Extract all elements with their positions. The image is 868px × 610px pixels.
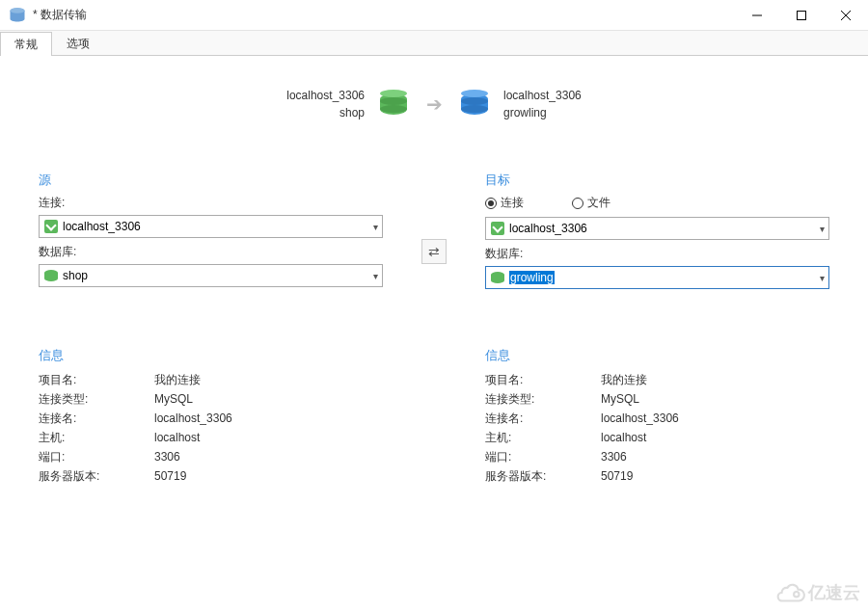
tab-options[interactable]: 选项	[52, 31, 104, 55]
watermark-text: 亿速云	[808, 581, 860, 604]
minimize-button[interactable]	[735, 0, 779, 31]
info-key: 连接名:	[39, 409, 154, 428]
target-connection-value: localhost_3306	[509, 222, 820, 235]
source-db-label: 数据库:	[39, 244, 383, 260]
info-val: 3306	[601, 447, 829, 466]
source-database-value: shop	[63, 269, 373, 282]
source-database-select[interactable]: shop ▾	[39, 264, 383, 287]
source-info-panel: 信息 项目名:我的连接 连接类型:MySQL 连接名:localhost_330…	[39, 347, 383, 486]
title-bar: * 数据传输	[0, 0, 868, 31]
app-icon	[8, 6, 27, 25]
tab-bar: 常规 选项	[0, 31, 868, 56]
target-mode-file-radio[interactable]: 文件	[572, 195, 610, 211]
target-heading: 目标	[485, 172, 829, 189]
source-conn-label: 连接:	[39, 195, 383, 211]
database-icon	[380, 90, 407, 119]
info-key: 服务器版本:	[485, 466, 601, 486]
chevron-down-icon: ▾	[373, 222, 378, 232]
info-val: 3306	[154, 447, 383, 466]
info-val: localhost_3306	[601, 409, 829, 428]
diagram-target-labels: localhost_3306 growling	[503, 87, 582, 121]
info-val: 我的连接	[154, 370, 383, 389]
close-button[interactable]	[824, 0, 868, 31]
info-val: localhost_3306	[154, 409, 383, 428]
database-icon	[461, 90, 488, 119]
radio-label: 连接	[501, 195, 524, 211]
source-connection-value: localhost_3306	[63, 220, 373, 233]
info-key: 主机:	[39, 428, 154, 447]
tab-general[interactable]: 常规	[0, 32, 52, 56]
info-key: 端口:	[39, 447, 154, 466]
swap-button[interactable]: ⇄	[421, 239, 447, 264]
chevron-down-icon: ▾	[820, 273, 825, 283]
source-panel: 源 连接: localhost_3306 ▾ 数据库: shop ▾	[39, 172, 383, 289]
info-key: 主机:	[485, 428, 601, 447]
diagram-target-db: growling	[503, 104, 582, 121]
info-key: 连接类型:	[485, 389, 601, 409]
info-key: 项目名:	[39, 370, 154, 389]
diagram-source-db: shop	[286, 104, 365, 121]
svg-point-6	[794, 592, 799, 597]
cloud-icon	[773, 582, 806, 603]
target-db-label: 数据库:	[485, 246, 829, 262]
info-val: 50719	[601, 466, 829, 486]
target-connection-select[interactable]: localhost_3306 ▾	[485, 217, 829, 240]
info-val: localhost	[601, 428, 829, 447]
maximize-button[interactable]	[779, 0, 824, 31]
source-heading: 源	[39, 172, 383, 189]
database-icon	[490, 270, 505, 285]
info-val: 我的连接	[601, 370, 829, 389]
radio-label: 文件	[587, 195, 610, 211]
connection-icon	[490, 221, 505, 236]
target-database-value: growling	[509, 271, 820, 284]
info-key: 连接名:	[485, 409, 601, 428]
target-mode-connection-radio[interactable]: 连接	[485, 195, 524, 211]
transfer-diagram: localhost_3306 shop ➔ localhost_3306 gro…	[0, 66, 868, 143]
info-key: 端口:	[485, 447, 601, 466]
target-info-panel: 信息 项目名:我的连接 连接类型:MySQL 连接名:localhost_330…	[485, 347, 829, 486]
chevron-down-icon: ▾	[820, 224, 825, 234]
info-val: MySQL	[154, 389, 383, 409]
watermark: 亿速云	[773, 581, 860, 604]
info-val: MySQL	[601, 389, 829, 409]
diagram-source-labels: localhost_3306 shop	[286, 87, 365, 121]
svg-rect-3	[798, 11, 806, 19]
target-database-select[interactable]: growling ▾	[485, 266, 829, 289]
info-val: 50719	[154, 466, 383, 486]
source-connection-select[interactable]: localhost_3306 ▾	[39, 215, 383, 238]
info-val: localhost	[154, 428, 383, 447]
info-key: 服务器版本:	[39, 466, 154, 486]
info-heading: 信息	[485, 347, 829, 364]
database-icon	[43, 268, 59, 283]
diagram-target-conn: localhost_3306	[503, 87, 582, 104]
target-panel: 目标 连接 文件 localhost_3306 ▾ 数据库: growling …	[485, 172, 829, 289]
info-key: 连接类型:	[39, 389, 154, 409]
connection-icon	[43, 219, 59, 234]
window-title: * 数据传输	[33, 7, 735, 23]
info-heading: 信息	[39, 347, 383, 364]
svg-point-1	[11, 8, 25, 13]
arrow-right-icon: ➔	[422, 93, 446, 116]
diagram-source-conn: localhost_3306	[286, 87, 365, 104]
info-key: 项目名:	[485, 370, 601, 389]
chevron-down-icon: ▾	[373, 271, 378, 281]
